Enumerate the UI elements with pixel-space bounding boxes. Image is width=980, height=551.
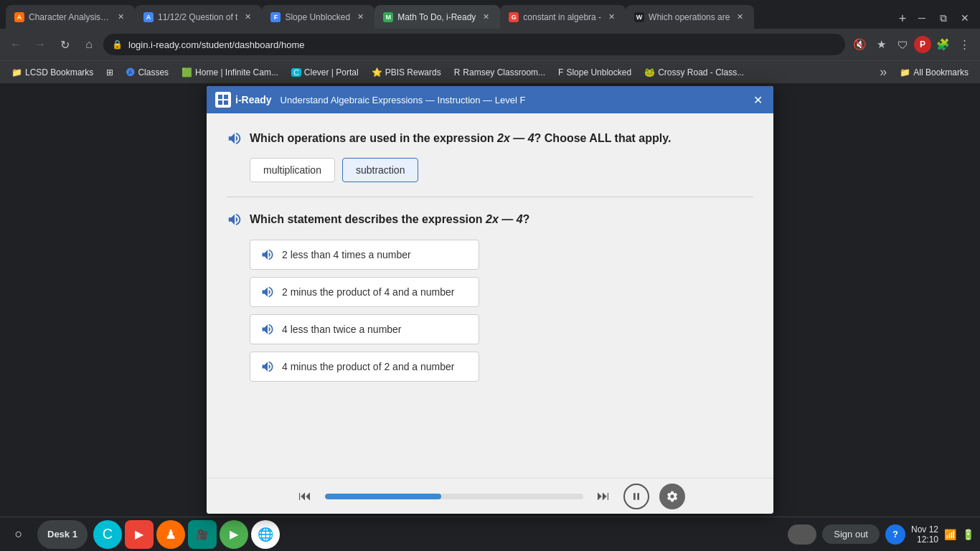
tab-tab4[interactable]: M Math To Do, i-Ready ✕ [374,5,500,29]
iready-logo-icon [215,92,231,108]
taskbar-chrome[interactable]: 🌐 [251,520,280,549]
taskbar-play[interactable]: ▶ [220,520,248,549]
question1-text-part1: Which operations are used in the express… [250,132,497,144]
tab-favicon: A [14,12,24,22]
option-1[interactable]: 2 less than 4 times a number [250,240,479,270]
taskbar-datetime: Nov 12 12:10 [911,524,938,545]
home-button[interactable]: ⌂ [79,34,99,55]
bookmark-ramsey[interactable]: R Ramsey Classroom... [448,65,551,80]
desk-button[interactable]: Desk 1 [37,520,88,549]
tab-tab5[interactable]: G constant in algebra - ✕ [500,5,626,29]
question1-speaker-icon[interactable] [227,131,242,146]
back-button[interactable]: ← [6,34,26,55]
progress-next-button[interactable]: ⏭ [593,486,613,507]
bookmark-crossy-label: Crossy Road - Class... [658,67,744,77]
iready-footer: ⏮ ⏭ [207,478,773,514]
bookmark-slope-icon: F [558,67,563,77]
all-bookmarks-folder[interactable]: 📁 All Bookmarks [894,65,974,80]
bookmark-clever-label: Clever | Portal [304,67,359,77]
reload-button[interactable]: ↻ [55,34,75,55]
tab-title: 11/12/2 Question of t [158,12,237,22]
folder-icon: 📁 [900,67,910,77]
iready-window-title: Understand Algebraic Expressions — Instr… [281,95,526,105]
new-tab-button[interactable]: + [892,9,913,29]
tab-title: Math To Do, i-Ready [397,12,476,22]
restore-button[interactable]: ⧉ [934,11,953,24]
option3-label: 4 less than twice a number [282,324,402,335]
profile-icon[interactable]: P [914,36,931,53]
tab-close-button[interactable]: ✕ [606,11,617,23]
bookmark-lcsd-icon: 📁 [11,67,22,77]
tab-close-button[interactable]: ✕ [242,11,253,23]
bookmark-slope-label: Slope Unblocked [566,67,631,77]
option4-label: 4 minus the product of 2 and a number [282,361,454,372]
bookmark-clever-icon: C [291,68,301,77]
help-badge[interactable]: ? [885,524,905,545]
extension-icon[interactable]: 🧩 [933,34,953,55]
options-list: 2 less than 4 times a number 2 minus the… [250,240,753,382]
option1-speaker-icon [260,248,275,262]
option1-label: 2 less than 4 times a number [282,249,411,260]
chip-multiplication[interactable]: multiplication [250,158,335,182]
taskbar-right: Sign out ? Nov 12 12:10 📶 🔋 [788,524,974,545]
taskbar: ○ Desk 1 C ▶ ♟ 🎥 ▶ 🌐 Sign out ? Nov 12 1… [0,517,980,551]
iready-titlebar: i-Ready Understand Algebraic Expressions… [207,86,773,113]
option-3[interactable]: 4 less than twice a number [250,314,479,344]
option2-label: 2 minus the product of 4 and a number [282,286,454,298]
taskbar-camo[interactable]: C [93,520,122,549]
iready-logo: i-Ready [215,92,272,108]
toggle-switch[interactable] [788,524,816,545]
bookmark-lcsd[interactable]: 📁 LCSD Bookmarks [6,65,99,80]
bookmark-clever[interactable]: C Clever | Portal [286,65,364,80]
sign-out-button[interactable]: Sign out [822,524,880,544]
address-bar[interactable]: 🔒 login.i-ready.com/student/dashboard/ho… [103,34,845,55]
chip-subtraction[interactable]: subtraction [342,158,418,182]
url-text: login.i-ready.com/student/dashboard/home [128,39,304,50]
forward-button[interactable]: → [30,34,50,55]
bookmark-slope[interactable]: F Slope Unblocked [552,65,637,80]
svg-rect-2 [218,100,222,105]
bookmarks-more-button[interactable]: » [877,65,890,80]
iready-close-button[interactable]: ✕ [750,93,765,107]
bookmark-pbis[interactable]: ⭐ PBIS Rewards [366,65,447,80]
bookmark-classes[interactable]: 🅐 Classes [121,65,174,80]
menu-icon[interactable]: ⋮ [954,34,974,55]
launcher-button[interactable]: ○ [6,522,32,547]
bookmark-star-icon[interactable]: ★ [871,34,891,55]
bookmark-lcsd-label: LCSD Bookmarks [25,67,93,77]
progress-prev-button[interactable]: ⏮ [295,486,315,507]
bookmark-crossy[interactable]: 🐸 Crossy Road - Class... [639,65,750,80]
settings-button[interactable] [659,484,685,509]
bookmark-infinite-icon: 🟩 [182,67,192,77]
extension-shield-icon[interactable]: 🛡 [892,34,913,55]
iready-window: i-Ready Understand Algebraic Expressions… [207,86,773,514]
progress-fill [325,494,441,499]
tab-close-button[interactable]: ✕ [354,11,366,23]
tab-close-button[interactable]: ✕ [734,11,745,23]
question2-speaker-icon[interactable] [227,212,242,227]
tab-tab3[interactable]: F Slope Unblocked ✕ [262,5,374,29]
settings-icon [666,490,679,503]
taskbar-chess[interactable]: ♟ [156,520,185,549]
option-2[interactable]: 2 minus the product of 4 and a number [250,277,479,307]
taskbar-meet[interactable]: 🎥 [188,520,217,549]
option-4[interactable]: 4 minus the product of 2 and a number [250,352,479,382]
iready-body: Which operations are used in the express… [207,113,773,478]
tab-tab6[interactable]: W Which operations are ✕ [626,5,754,29]
close-button[interactable]: ✕ [956,11,974,24]
mute-icon[interactable]: 🔇 [849,34,870,55]
tab-tab2[interactable]: A 11/12/2 Question of t ✕ [135,5,262,29]
question1-expression: 2x — 4 [497,132,534,144]
pause-button[interactable] [623,484,649,509]
minimize-button[interactable]: ─ [913,11,931,24]
chips-row: multiplication subtraction [250,158,753,182]
bookmark-apps[interactable]: ⊞ [100,65,119,80]
section-divider [227,197,753,197]
wifi-icon: 📶 [944,529,956,540]
bookmark-classes-label: Classes [138,67,169,77]
bookmark-infinite[interactable]: 🟩 Home | Infinite Cam... [176,65,284,80]
tab-tab1[interactable]: A Character Analysis Pa ✕ [6,5,135,29]
taskbar-youtube[interactable]: ▶ [125,520,154,549]
tab-close-button[interactable]: ✕ [480,11,491,23]
tab-close-button[interactable]: ✕ [115,11,126,23]
